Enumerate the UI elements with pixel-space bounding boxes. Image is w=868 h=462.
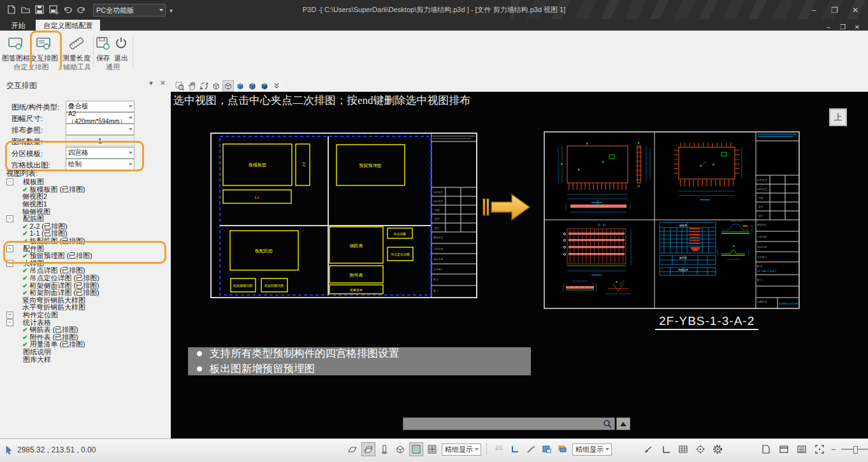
mdi-close-button[interactable]: ✕ — [851, 24, 863, 31]
tree-item[interactable]: ✔钢筋表 (已排图) — [1, 326, 167, 334]
panel-collapse-icon[interactable]: ▾ — [149, 79, 153, 87]
orientation-cube[interactable]: 上 — [829, 108, 847, 126]
svg-text:建设单位: 建设单位 — [756, 223, 767, 226]
collapse-icon[interactable]: − — [6, 178, 13, 185]
callout-bullet: 支持所有类型预制构件的四宫格排图设置 — [197, 347, 531, 361]
toolbar-overflow-icon[interactable]: ▾ — [170, 7, 173, 14]
right-sheet[interactable]: 钢筋表 附件表 — [542, 128, 809, 313]
panel-close-icon[interactable]: ✕ — [160, 79, 166, 87]
pan-hand-icon[interactable] — [187, 81, 197, 91]
box-3d-icon[interactable] — [394, 443, 407, 456]
toolbar-expand-chevron-icon[interactable] — [271, 81, 282, 91]
exit-button[interactable]: 退出 — [113, 34, 129, 63]
callout-bullet: 板出图新增预留预埋图 — [197, 362, 531, 376]
tree-item[interactable]: −统计表格 — [1, 319, 167, 326]
grid-panel-alt-icon[interactable] — [426, 443, 438, 456]
hidden-line-cube-icon[interactable] — [223, 81, 233, 91]
check-icon: ✔ — [22, 267, 27, 274]
fullscreen-icon[interactable] — [813, 443, 826, 456]
settings-gear-icon[interactable] — [711, 443, 724, 456]
layers-icon[interactable] — [556, 443, 569, 456]
layer-list-icon[interactable] — [795, 443, 808, 456]
layout-reference-select[interactable] — [66, 124, 134, 135]
save-icon[interactable] — [33, 4, 46, 16]
command-expand-button[interactable] — [616, 417, 630, 430]
zoom-slider-thumb[interactable] — [853, 446, 858, 454]
save-gear-icon — [96, 34, 111, 52]
sheet-count-input[interactable]: 1 — [66, 135, 134, 147]
ortho-angle-icon[interactable] — [660, 443, 672, 456]
column-icon[interactable] — [378, 443, 391, 456]
display-mode-select-2[interactable]: 精细显示 — [572, 444, 612, 456]
mode-combo[interactable]: PC全功能版 — [93, 4, 166, 17]
measure-length-button[interactable]: 测量长度 — [62, 34, 90, 63]
collapse-icon[interactable]: − — [6, 260, 13, 267]
redo-icon[interactable] — [75, 4, 88, 16]
shaded-edges-cube-icon[interactable] — [247, 81, 257, 91]
window-view-icon[interactable] — [778, 443, 790, 456]
blue-window-icon[interactable] — [540, 443, 553, 456]
minimize-button[interactable]: – — [805, 6, 823, 15]
tree-item[interactable]: −配筋图 — [1, 215, 167, 223]
new-sheet-icon[interactable] — [760, 443, 772, 456]
wireframe-cube-icon[interactable] — [211, 81, 221, 91]
svg-text:技术负责: 技术负责 — [757, 178, 767, 182]
new-file-icon[interactable] — [5, 4, 18, 16]
sheet-size-select[interactable]: A2（420mm*594mm） — [66, 112, 134, 124]
model-viewport[interactable]: 选中视图，点击中心夹点二次排图；按end键删除选中视图排布 上 — [171, 92, 868, 438]
drawing-canvas-area: 选中视图，点击中心夹点二次排图；按end键删除选中视图排布 上 — [171, 70, 868, 438]
snap-cursor-icon[interactable] — [642, 443, 655, 456]
expand-icon[interactable]: + — [6, 312, 13, 319]
collapse-icon[interactable] — [6, 356, 13, 363]
shaded-cube-icon[interactable] — [235, 81, 245, 91]
svg-text:2F-YBS-1-3-A-2: 2F-YBS-1-3-A-2 — [757, 270, 777, 273]
grid-line-output-select[interactable]: 绘制 — [66, 159, 134, 170]
chevron-down-icon — [605, 448, 609, 451]
mdi-minimize-button[interactable]: – — [823, 24, 834, 31]
tree-item-label[interactable]: 图库大样 — [23, 355, 51, 365]
ribbon-save-button[interactable]: 保存 — [96, 34, 111, 63]
undo-icon[interactable] — [61, 4, 74, 16]
orbit-icon[interactable] — [199, 81, 209, 91]
mdi-restore-button[interactable]: ❐ — [837, 24, 849, 31]
grid-icon[interactable] — [677, 443, 690, 456]
svg-text:图 号: 图 号 — [757, 279, 763, 282]
annotate-pen-icon[interactable] — [524, 443, 537, 456]
zoom-window-icon[interactable] — [175, 81, 185, 91]
zone-template-select[interactable]: 四宫格 — [66, 147, 134, 159]
snap-tools — [642, 443, 724, 456]
view-placeholder-boxes[interactable]: 板模板图 2-2 1-1 预留预埋图 板配筋图 桁架侧面详图 桁架剖面详图 钢筋… — [223, 144, 413, 294]
ribbon: 图签图框 交互排图 测量长度 保存 退出 — [0, 31, 868, 71]
restore-button[interactable]: ❐ — [826, 6, 844, 15]
sheet-frame-button[interactable]: 图签图框 — [2, 34, 30, 63]
tree-item[interactable]: ✔2-2 (已排图) — [1, 223, 167, 231]
open-file-icon[interactable] — [19, 4, 32, 16]
svg-text:用量清单: 用量清单 — [349, 288, 363, 292]
grid-panel-icon[interactable] — [410, 443, 423, 456]
chevron-down-icon — [129, 152, 133, 154]
dimension-icon[interactable]: 3000 — [493, 443, 505, 456]
realistic-cube-icon[interactable] — [259, 81, 270, 91]
close-button[interactable]: ✕ — [846, 6, 864, 15]
zoom-out-button[interactable]: − — [831, 445, 836, 454]
check-icon: ✔ — [22, 230, 27, 237]
check-icon: ✔ — [22, 282, 27, 289]
slab-stack-icon[interactable] — [362, 443, 375, 456]
slab-plane-icon[interactable] — [346, 443, 359, 456]
collapse-icon[interactable] — [6, 349, 13, 356]
command-search-bar[interactable] — [403, 417, 615, 430]
left-sheet[interactable]: 技术负责 项目负责 审核 校对 设计 建设单位 工程名称 项目名称 文件编号 图… — [207, 131, 481, 300]
interactive-layout-button[interactable]: 交互排图 — [30, 34, 58, 63]
zoom-slider[interactable] — [841, 449, 868, 450]
svg-text:文件编号: 文件编号 — [757, 256, 767, 259]
ucs-axis-icon[interactable] — [694, 443, 707, 456]
tree-item[interactable]: 图库大样 — [1, 356, 167, 363]
save-as-icon[interactable] — [47, 4, 60, 16]
svg-text:项目负责: 项目负责 — [433, 199, 443, 203]
collapse-icon[interactable]: − — [6, 319, 13, 326]
collapse-icon[interactable]: − — [6, 245, 13, 252]
angle-blue-icon[interactable] — [509, 443, 521, 456]
display-mode-select-1[interactable]: 精细显示 — [442, 444, 481, 456]
selection-frame — [220, 136, 431, 295]
collapse-icon[interactable]: − — [6, 215, 13, 222]
